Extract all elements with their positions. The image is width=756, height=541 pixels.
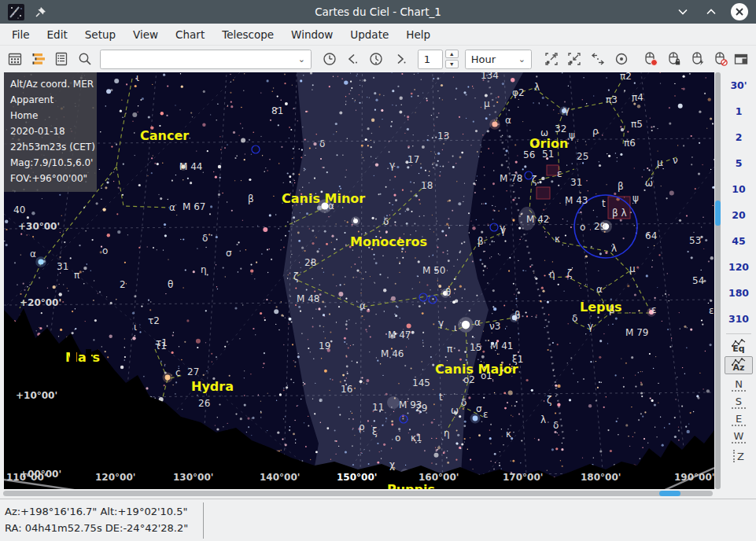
- vertical-scrollbar-track[interactable]: [715, 72, 721, 489]
- close-icon[interactable]: [731, 3, 748, 20]
- fov-button-120[interactable]: 120: [721, 254, 756, 280]
- object-label: ι: [136, 72, 139, 83]
- object-label: δ: [202, 233, 208, 244]
- object-label: 64: [645, 230, 657, 241]
- mouse-record-icon[interactable]: [640, 49, 661, 69]
- direction-button-s[interactable]: S: [725, 394, 753, 409]
- menu-bar: FileEditSetupViewChartTelescopeWindowUpd…: [0, 24, 756, 46]
- fov-button-20[interactable]: 20: [721, 202, 756, 228]
- center-target-icon[interactable]: [611, 49, 632, 69]
- object-label: M 46: [381, 348, 404, 359]
- menu-update[interactable]: Update: [341, 25, 397, 44]
- object-label: 81: [271, 105, 283, 116]
- fov-button-45[interactable]: 45: [721, 228, 756, 254]
- horizon-dots: [732, 390, 746, 392]
- mouse-lock-icon[interactable]: [664, 49, 684, 69]
- fov-button-1[interactable]: 1: [721, 98, 756, 124]
- object-label: M 43: [565, 195, 588, 206]
- horizontal-scrollbar[interactable]: [0, 489, 756, 499]
- menu-window[interactable]: Window: [282, 25, 341, 44]
- new-window-icon[interactable]: [731, 49, 751, 69]
- sky-canvas[interactable]: ι81M 44M 67α40δσηoα31π2θτ2ιτ1βα28ζM 4819…: [4, 72, 714, 489]
- search-icon[interactable]: [75, 49, 95, 69]
- menu-setup[interactable]: Setup: [76, 25, 124, 44]
- horizon-dots: [732, 407, 746, 409]
- azimuth-label: 170°00': [503, 472, 543, 483]
- previous-step-icon[interactable]: [343, 49, 363, 69]
- spin-down-icon[interactable]: ▼: [445, 60, 459, 68]
- fov-button-10[interactable]: 10: [721, 176, 756, 202]
- pin-icon[interactable]: [34, 5, 48, 19]
- roll-up-icon[interactable]: [703, 3, 720, 20]
- direction-button-e[interactable]: E: [725, 411, 753, 426]
- object-label: M 50: [422, 265, 445, 276]
- fov-button-180[interactable]: 180: [721, 280, 756, 306]
- time-now-icon[interactable]: [366, 49, 386, 69]
- object-label: c: [175, 367, 181, 378]
- horizontal-scrollbar-thumb[interactable]: [659, 491, 680, 496]
- nebula-marker: [537, 187, 550, 199]
- direction-button-w[interactable]: W: [725, 429, 753, 443]
- chart-info-panel: Alt/Az coord. MERApparentHome2020-01-182…: [4, 72, 97, 192]
- radec-readout: RA: 04h41m52.75s DE:-24°42'28.2": [5, 520, 188, 536]
- time-unit-combobox[interactable]: Hour ⌄: [465, 50, 532, 69]
- zoom-in-rect-icon[interactable]: [564, 49, 585, 69]
- menu-telescope[interactable]: Telescope: [213, 25, 282, 44]
- object-label: M 42: [526, 214, 549, 225]
- object-label: ε: [557, 168, 562, 179]
- object-label: φ2: [512, 87, 525, 98]
- equatorial-projection-button[interactable]: Eq: [725, 337, 753, 355]
- horizontal-scrollbar-track[interactable]: [3, 491, 713, 496]
- object-label: α: [360, 300, 366, 311]
- search-combobox[interactable]: ⌄: [100, 50, 312, 69]
- clock-icon[interactable]: [319, 49, 340, 69]
- altaz-projection-button[interactable]: Az: [725, 356, 753, 374]
- menu-file[interactable]: File: [3, 25, 39, 44]
- zenith-button[interactable]: Z: [721, 450, 756, 462]
- title-bar[interactable]: Cartes du Ciel - Chart_1: [0, 0, 756, 24]
- fov-button-5[interactable]: 5: [721, 150, 756, 176]
- menu-edit[interactable]: Edit: [39, 25, 76, 44]
- application-window: Cartes du Ciel - Chart_1 FileEditSetupVi…: [0, 0, 756, 541]
- time-step-spinner[interactable]: ▲ ▼: [445, 50, 459, 68]
- object-label: η: [549, 269, 555, 280]
- constellation-label: Puppis: [387, 482, 435, 489]
- zoom-out-rect-icon[interactable]: [541, 49, 562, 69]
- object-label: δ: [572, 313, 577, 324]
- object-label: ρ: [359, 421, 365, 432]
- object-label: 53: [689, 235, 701, 246]
- spin-up-icon[interactable]: ▲: [445, 50, 459, 58]
- mouse-sync-icon[interactable]: [688, 49, 708, 69]
- object-label: 19: [319, 340, 330, 351]
- status-divider: [203, 502, 204, 539]
- time-step-input[interactable]: [418, 50, 443, 69]
- fov-button-2[interactable]: 2: [721, 124, 756, 150]
- object-label: M 41: [490, 340, 513, 351]
- object-list-icon[interactable]: [51, 49, 72, 69]
- pan-icon[interactable]: [588, 49, 608, 69]
- vertical-scrollbar[interactable]: [714, 72, 721, 489]
- object-label: γ: [588, 321, 593, 332]
- chart-config-icon[interactable]: [28, 49, 49, 69]
- direction-button-n[interactable]: N: [725, 377, 753, 392]
- object-label: π5: [631, 119, 643, 130]
- object-label: κ: [555, 234, 560, 245]
- mouse-disconnect-icon[interactable]: [711, 49, 732, 69]
- calendar-icon[interactable]: [5, 49, 25, 69]
- info-line: FOV:+96°00'00": [10, 171, 97, 186]
- menu-view[interactable]: View: [124, 25, 167, 44]
- constellation-label: Canis Major: [435, 362, 518, 377]
- next-step-icon[interactable]: [389, 49, 410, 69]
- menu-chart[interactable]: Chart: [167, 25, 213, 44]
- object-label: t: [602, 198, 606, 209]
- sky-chart[interactable]: ι81M 44M 67α40δσηoα31π2θτ2ιτ1βα28ζM 4819…: [4, 72, 714, 489]
- fov-button-310[interactable]: 310: [721, 306, 756, 332]
- coordinate-readout: Az:+198°16'16.7" Alt:+19°02'10.5" RA: 04…: [5, 503, 188, 536]
- fov-button-30m[interactable]: 30': [721, 72, 756, 98]
- object-label: ζ: [532, 175, 537, 186]
- object-label: ω: [451, 405, 459, 416]
- menu-help[interactable]: Help: [397, 25, 439, 44]
- object-label: γ: [564, 105, 570, 116]
- vertical-scrollbar-thumb[interactable]: [715, 201, 721, 226]
- roll-down-icon[interactable]: [674, 3, 691, 20]
